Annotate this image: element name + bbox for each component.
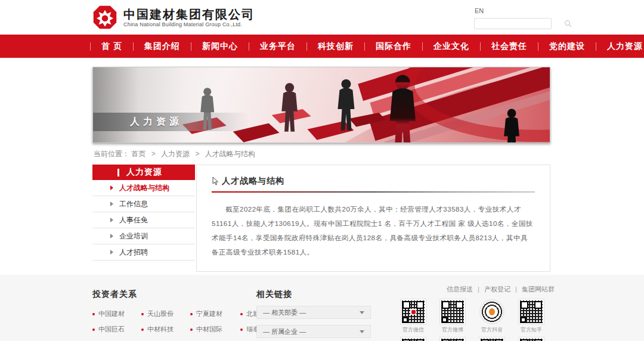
sidebar-item-label: 人事任免: [119, 215, 148, 225]
nav-divider: [596, 42, 596, 51]
bullet-dot-icon: [92, 313, 95, 315]
investor-link[interactable]: 中材国际: [190, 325, 240, 334]
mouse-cursor-icon: [212, 176, 219, 186]
chevron-down-icon: [360, 311, 364, 314]
language-switch-en[interactable]: EN: [475, 7, 484, 14]
arrow-right-icon: [110, 185, 113, 190]
breadcrumb: 当前位置： 首页 > 人力资源 > 人才战略与结构: [92, 143, 550, 165]
dropdown-value: — 相关部委 —: [263, 308, 306, 317]
breadcrumb-prefix: 当前位置：: [94, 150, 129, 158]
nav-divider: [306, 42, 307, 51]
nav-divider: [249, 42, 249, 51]
arrow-right-icon: [110, 218, 113, 222]
investor-link[interactable]: 中国巨石: [92, 325, 141, 334]
cnbm-logo-icon: [92, 5, 117, 30]
article-paragraph: 截至2022年底，集团在岗职工人数共20万余人，其中：经营管理人才33583人，…: [212, 202, 535, 259]
site-header: 中国建材集团有限公司 China National Building Mater…: [0, 0, 644, 35]
sidebar-item-work-info[interactable]: 工作信息: [92, 196, 195, 212]
qr-label: 官方抖音: [481, 326, 503, 334]
search-icon[interactable]: [564, 20, 572, 27]
nav-divider: [538, 42, 538, 51]
bullet-dot-icon: [190, 328, 193, 331]
investor-link[interactable]: 中材科技: [141, 325, 190, 334]
sidebar: 人力资源 人才战略与结构 工作信息 人事任免 企业培训 人才招聘: [92, 165, 195, 261]
nav-divider: [480, 42, 481, 51]
dropdown-value: — 所属企业 —: [263, 327, 306, 336]
qr-code-row-clipped: [394, 337, 555, 341]
link-separator: |: [515, 286, 517, 293]
breadcrumb-separator: >: [195, 150, 199, 158]
sidebar-item-label: 人才招聘: [119, 247, 148, 258]
nav-item-home[interactable]: 首 页: [91, 35, 132, 58]
nav-item-hr[interactable]: 人力资源: [597, 35, 644, 58]
qr-code: [401, 337, 426, 341]
weibo-qr-code: [440, 299, 465, 324]
property-registration-link[interactable]: 产权登记: [484, 286, 510, 293]
breadcrumb-hr[interactable]: 人力资源: [161, 150, 190, 158]
banner-illustration: [93, 67, 550, 143]
nav-item-party[interactable]: 党的建设: [539, 35, 595, 58]
nav-item-tech[interactable]: 科技创新: [308, 35, 364, 58]
nav-divider: [422, 42, 423, 51]
bullet-dot-icon: [190, 313, 193, 315]
nav-item-csr[interactable]: 社会责任: [481, 35, 537, 58]
company-name-zh: 中国建材集团有限公司: [123, 7, 255, 21]
banner-title-band: 人力资源: [93, 113, 249, 131]
zhihu-qr-code: [519, 299, 544, 324]
subsidiaries-dropdown[interactable]: — 所属企业 —: [256, 325, 371, 338]
related-ministries-dropdown[interactable]: — 相关部委 —: [256, 306, 371, 319]
qr-code: [440, 337, 465, 341]
wechat-qr-code: [401, 299, 426, 324]
qr-label: 官方知乎: [521, 326, 542, 334]
arrow-right-icon: [110, 234, 113, 238]
company-name-en: China National Building Material Group C…: [123, 21, 255, 27]
sidebar-item-recruitment[interactable]: 人才招聘: [92, 244, 195, 261]
nav-item-news[interactable]: 新闻中心: [192, 35, 248, 58]
qr-label: 官方微博: [442, 326, 463, 334]
sidebar-item-training[interactable]: 企业培训: [92, 228, 195, 244]
nav-divider: [191, 42, 191, 51]
investor-link[interactable]: 天山股份: [141, 309, 190, 318]
sidebar-item-personnel[interactable]: 人事任免: [92, 212, 195, 228]
info-submission-link[interactable]: 信息报送: [447, 286, 473, 293]
chevron-down-icon: [360, 330, 364, 333]
bullet-dot-icon: [240, 328, 243, 331]
nav-divider: [133, 42, 134, 51]
nav-item-culture[interactable]: 企业文化: [423, 35, 479, 58]
bullet-dot-icon: [141, 313, 144, 315]
investor-link[interactable]: 宁夏建材: [190, 309, 240, 318]
nav-divider: [90, 42, 91, 51]
bullet-dot-icon: [141, 328, 144, 331]
sidebar-header: 人力资源: [92, 165, 195, 180]
content-panel: 人才战略与结构 截至2022年底，集团在岗职工人数共20万余人，其中：经营管理人…: [196, 165, 550, 272]
sidebar-item-label: 人才战略与结构: [119, 183, 169, 193]
nav-item-business[interactable]: 业务平台: [250, 35, 306, 58]
nav-item-group-intro[interactable]: 集团介绍: [134, 35, 190, 58]
investor-link[interactable]: 中国建材: [92, 309, 141, 318]
qr-code: [479, 337, 504, 341]
banner-title: 人力资源: [130, 116, 182, 128]
nav-divider: [364, 42, 365, 51]
title-underline: [212, 191, 535, 193]
related-links-title: 相关链接: [256, 289, 376, 300]
company-logo[interactable]: 中国建材集团有限公司 China National Building Mater…: [92, 5, 255, 30]
breadcrumb-separator: >: [151, 150, 156, 158]
qr-code-row: 官方微信 官方微博 官方抖音 官方知乎: [394, 299, 555, 334]
vertical-bar-icon: [117, 169, 119, 176]
link-separator: |: [478, 286, 479, 293]
search-box[interactable]: [474, 18, 552, 29]
main-nav: 首 页 集团介绍 新闻中心 业务平台 科技创新 国际合作 企业文化 社会责任 党…: [0, 35, 644, 58]
group-sites-link[interactable]: 集团网站群: [522, 286, 555, 293]
breadcrumb-home[interactable]: 首页: [131, 150, 145, 158]
page-title: 人才战略与结构: [222, 176, 284, 187]
sidebar-item-label: 工作信息: [119, 199, 148, 209]
footer: 投资者关系 中国建材 天山股份 宁夏建材 北新建材 中国巨石 中材科技 中材国际…: [0, 275, 644, 341]
arrow-right-icon: [110, 202, 113, 206]
sidebar-item-talent-strategy[interactable]: 人才战略与结构: [92, 180, 195, 196]
qr-label: 官方微信: [402, 326, 424, 334]
bullet-dot-icon: [92, 328, 95, 331]
breadcrumb-current: 人才战略与结构: [205, 150, 255, 158]
arrow-right-icon: [110, 250, 113, 255]
nav-item-international[interactable]: 国际合作: [366, 35, 422, 58]
search-input[interactable]: [475, 19, 564, 28]
